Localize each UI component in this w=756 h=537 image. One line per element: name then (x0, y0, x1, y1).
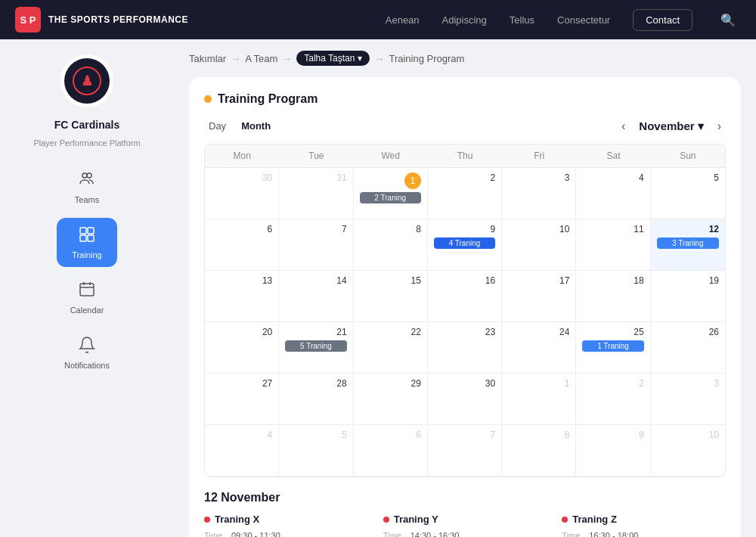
day-head-thu: Thu (428, 144, 502, 167)
cal-cell[interactable]: 8 (502, 425, 576, 476)
cal-cell[interactable]: 18 (576, 271, 650, 322)
cal-cell[interactable]: 26 (651, 322, 725, 374)
cal-cell[interactable]: 13 (205, 271, 279, 322)
nav-link-aenean[interactable]: Aenean (386, 14, 420, 26)
event-dot (562, 517, 568, 523)
cal-cell[interactable]: 27 (205, 374, 279, 425)
cal-cell[interactable]: 30 (428, 374, 502, 425)
cal-cell[interactable]: 15 (354, 271, 428, 322)
cal-event[interactable]: 4 Traning (434, 237, 495, 249)
breadcrumb-arrow-2: → (282, 53, 292, 64)
svg-text:♟: ♟ (81, 73, 93, 88)
cal-cell[interactable]: 16 (428, 271, 502, 322)
cal-cell[interactable]: 3 (502, 168, 576, 219)
cal-cell[interactable]: 29 (354, 374, 428, 425)
event-dot (383, 517, 389, 523)
sidebar-item-teams[interactable]: Teams (57, 163, 117, 212)
cal-cell[interactable]: 7 (279, 219, 353, 271)
logo: S P THE SPORTS PERFORMANCE (15, 7, 188, 33)
month-view-btn[interactable]: Month (237, 117, 275, 135)
cal-date-number: 7 (434, 430, 495, 440)
cal-cell[interactable]: 251 Traning (576, 322, 650, 374)
nav-link-consectetur[interactable]: Consectetur (557, 14, 610, 26)
cal-date-number: 1 (404, 172, 421, 189)
search-button[interactable]: 🔍 (715, 7, 741, 33)
cal-cell[interactable]: 4 (205, 425, 279, 476)
day-head-tue: Tue (279, 144, 353, 167)
cal-cell[interactable]: 30 (205, 168, 279, 219)
view-toggle: Day Month (204, 117, 275, 135)
cal-cell[interactable]: 1 (502, 374, 576, 425)
cal-cell[interactable]: 6 (205, 219, 279, 271)
day-head-fri: Fri (502, 144, 576, 167)
cal-date-number: 13 (211, 275, 272, 286)
event-name: Traning Z (562, 514, 726, 525)
nav-link-tellus[interactable]: Tellus (510, 14, 534, 26)
training-icon (78, 225, 96, 247)
time-label: Time (562, 531, 584, 537)
notifications-label: Notifications (64, 361, 110, 370)
cal-date-number: 22 (360, 327, 421, 337)
svg-rect-7 (88, 235, 94, 241)
cal-cell[interactable]: 11 (576, 219, 650, 271)
cal-event[interactable]: 1 Traning (582, 340, 643, 352)
contact-button[interactable]: Contact (633, 9, 692, 31)
cal-date-number: 21 (285, 327, 346, 337)
chevron-down-icon: ▾ (358, 53, 362, 64)
day-head-mon: Mon (205, 144, 279, 167)
breadcrumb-ateam[interactable]: A Team (245, 53, 277, 64)
sidebar-item-calendar[interactable]: Calendar (57, 273, 117, 322)
svg-rect-5 (88, 228, 94, 234)
calendar-label: Calendar (70, 306, 104, 315)
title-dot (204, 95, 212, 103)
cal-cell[interactable]: 2 (576, 374, 650, 425)
cal-cell[interactable]: 28 (279, 374, 353, 425)
cal-cell[interactable]: 23 (428, 322, 502, 374)
svg-rect-8 (80, 284, 94, 296)
cal-cell[interactable]: 4 (576, 168, 650, 219)
cal-event[interactable]: 3 Traning (657, 237, 719, 249)
cal-cell[interactable]: 22 (354, 322, 428, 374)
day-view-btn[interactable]: Day (204, 117, 231, 135)
cal-date-number: 6 (360, 430, 421, 440)
sidebar-item-notifications[interactable]: Notifications (57, 328, 117, 377)
cal-cell[interactable]: 10 (502, 219, 576, 271)
cal-cell[interactable]: 5 (279, 425, 353, 476)
cal-cell[interactable]: 2 (428, 168, 502, 219)
prev-month-button[interactable]: ‹ (617, 118, 630, 135)
cal-cell[interactable]: 14 (279, 271, 353, 322)
cal-cell[interactable]: 9 (576, 425, 650, 476)
cal-date-number: 19 (657, 275, 719, 286)
breadcrumb-takimlar[interactable]: Takımlar (189, 53, 226, 64)
cal-date-number: 26 (657, 327, 719, 337)
month-label: November ▾ (639, 120, 703, 133)
cal-cell[interactable]: 8 (354, 219, 428, 271)
cal-cell[interactable]: 3 (651, 374, 725, 425)
cal-cell[interactable]: 123 Traning (651, 219, 725, 271)
cal-cell[interactable]: 94 Traning (428, 219, 502, 271)
cal-event[interactable]: 5 Traning (285, 340, 346, 352)
cal-date-number: 1 (508, 378, 569, 389)
main-layout: ♟ FC Cardinals Player Performance Platfo… (0, 39, 756, 537)
cal-cell[interactable]: 215 Traning (279, 322, 353, 374)
club-logo: ♟ (60, 54, 113, 107)
cal-date-number: 30 (211, 172, 272, 183)
cal-cell[interactable]: 19 (651, 271, 725, 322)
breadcrumb-user-tag[interactable]: Talha Taştan ▾ (296, 51, 370, 66)
cal-cell[interactable]: 31 (279, 168, 353, 219)
cal-cell[interactable]: 6 (354, 425, 428, 476)
cal-cell[interactable]: 17 (502, 271, 576, 322)
cal-cell[interactable]: 7 (428, 425, 502, 476)
cal-cell[interactable]: 5 (651, 168, 725, 219)
cal-cell[interactable]: 20 (205, 322, 279, 374)
cal-cell[interactable]: 10 (651, 425, 725, 476)
chevron-down-icon-month[interactable]: ▾ (698, 120, 704, 133)
cal-event[interactable]: 2 Traning (360, 192, 421, 203)
cal-cell[interactable]: 12 Traning (354, 168, 428, 219)
cal-cell[interactable]: 24 (502, 322, 576, 374)
next-month-button[interactable]: › (713, 118, 726, 135)
event-time: 09:30 - 11:30 (231, 531, 280, 537)
nav-link-adipiscing[interactable]: Adipiscing (442, 14, 487, 26)
sidebar-item-training[interactable]: Training (57, 218, 117, 267)
event-dot (204, 517, 210, 523)
